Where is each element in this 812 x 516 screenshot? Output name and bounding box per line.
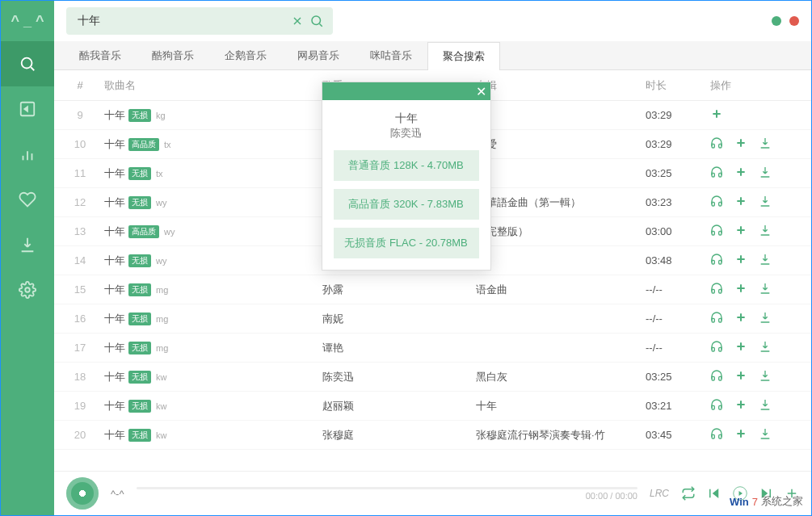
album-disc[interactable] — [66, 477, 99, 510]
sidebar-settings[interactable] — [1, 267, 54, 313]
prev-icon[interactable] — [707, 486, 722, 501]
download-icon[interactable] — [759, 166, 772, 178]
close-icon[interactable]: ✕ — [473, 82, 490, 100]
op-play[interactable] — [710, 282, 723, 297]
op-add[interactable] — [734, 253, 747, 268]
search-input[interactable] — [73, 15, 288, 27]
op-add[interactable] — [734, 282, 747, 297]
tab-4[interactable]: 咪咕音乐 — [355, 41, 427, 69]
op-dl[interactable] — [759, 166, 772, 181]
plus-icon[interactable] — [734, 224, 747, 237]
clear-icon[interactable] — [288, 11, 307, 31]
quality-option-320k[interactable]: 高品音质 320K - 7.83MB — [334, 189, 479, 220]
plus-icon[interactable] — [734, 282, 747, 295]
sidebar-search[interactable] — [1, 41, 54, 86]
op-add[interactable] — [734, 166, 747, 181]
op-play[interactable] — [710, 311, 723, 326]
op-add[interactable] — [734, 369, 747, 384]
op-dl[interactable] — [759, 195, 772, 210]
op-play[interactable] — [710, 340, 723, 355]
plus-icon[interactable] — [734, 427, 747, 440]
op-play[interactable] — [710, 253, 723, 268]
download-icon[interactable] — [759, 427, 772, 440]
headphone-icon[interactable] — [710, 311, 723, 324]
sidebar-playlist[interactable] — [1, 86, 54, 132]
op-add[interactable] — [710, 107, 723, 123]
op-play[interactable] — [710, 398, 723, 413]
download-icon[interactable] — [759, 224, 772, 237]
op-add[interactable] — [734, 195, 747, 210]
sidebar-charts[interactable] — [1, 132, 54, 177]
download-icon[interactable] — [759, 253, 772, 266]
op-play[interactable] — [710, 195, 723, 210]
op-play[interactable] — [710, 369, 723, 384]
table-row[interactable]: 17十年无损mg谭艳--/-- — [54, 334, 811, 363]
download-icon[interactable] — [759, 195, 772, 208]
headphone-icon[interactable] — [710, 224, 723, 237]
plus-icon[interactable] — [734, 369, 747, 382]
op-dl[interactable] — [759, 224, 772, 239]
progress-bar[interactable] — [137, 487, 637, 489]
op-play[interactable] — [710, 166, 723, 181]
plus-icon[interactable] — [734, 166, 747, 178]
plus-icon[interactable] — [710, 107, 723, 120]
op-dl[interactable] — [759, 253, 772, 268]
lrc-toggle[interactable]: LRC — [650, 488, 669, 499]
table-row[interactable]: 15十年无损mg孙露语金曲--/-- — [54, 275, 811, 304]
table-row[interactable]: 18十年无损kw陈奕迅黑白灰03:25 — [54, 363, 811, 392]
sidebar-favorites[interactable] — [1, 177, 54, 222]
headphone-icon[interactable] — [710, 282, 723, 295]
plus-icon[interactable] — [734, 311, 747, 324]
op-add[interactable] — [734, 427, 747, 443]
op-dl[interactable] — [759, 340, 772, 355]
quality-option-128k[interactable]: 普通音质 128K - 4.70MB — [334, 150, 479, 181]
op-play[interactable] — [710, 224, 723, 239]
plus-icon[interactable] — [734, 253, 747, 266]
headphone-icon[interactable] — [710, 253, 723, 266]
plus-icon[interactable] — [734, 340, 747, 353]
repeat-icon[interactable] — [681, 486, 696, 501]
download-icon[interactable] — [759, 340, 772, 353]
quality-option-flac[interactable]: 无损音质 FLAC - 20.78MB — [334, 228, 479, 258]
headphone-icon[interactable] — [710, 340, 723, 353]
download-icon[interactable] — [759, 311, 772, 324]
minimize-button[interactable] — [772, 16, 781, 26]
table-row[interactable]: 19十年无损kw赵丽颖十年03:21 — [54, 392, 811, 421]
op-add[interactable] — [734, 311, 747, 326]
table-row[interactable]: 20十年无损kw张穆庭张穆庭流行钢琴演奏专辑·竹03:45 — [54, 421, 811, 450]
headphone-icon[interactable] — [710, 369, 723, 382]
plus-icon[interactable] — [734, 398, 747, 411]
download-icon[interactable] — [759, 136, 772, 149]
op-add[interactable] — [734, 136, 747, 152]
op-dl[interactable] — [759, 398, 772, 413]
op-dl[interactable] — [759, 427, 772, 443]
plus-icon[interactable] — [734, 136, 747, 149]
headphone-icon[interactable] — [710, 136, 723, 149]
op-add[interactable] — [734, 340, 747, 355]
sidebar-downloads[interactable] — [1, 222, 54, 267]
op-play[interactable] — [710, 427, 723, 443]
tab-1[interactable]: 酷狗音乐 — [137, 41, 209, 69]
tab-0[interactable]: 酷我音乐 — [64, 41, 137, 69]
headphone-icon[interactable] — [710, 166, 723, 178]
headphone-icon[interactable] — [710, 195, 723, 208]
download-icon[interactable] — [759, 282, 772, 295]
tab-5[interactable]: 聚合搜索 — [427, 42, 500, 70]
plus-icon[interactable] — [734, 195, 747, 208]
headphone-icon[interactable] — [710, 427, 723, 440]
op-dl[interactable] — [759, 369, 772, 384]
download-icon[interactable] — [759, 398, 772, 411]
op-add[interactable] — [734, 398, 747, 413]
headphone-icon[interactable] — [710, 398, 723, 411]
download-icon[interactable] — [759, 369, 772, 382]
op-add[interactable] — [734, 224, 747, 239]
op-dl[interactable] — [759, 282, 772, 297]
tab-3[interactable]: 网易音乐 — [282, 41, 355, 69]
op-play[interactable] — [710, 136, 723, 152]
op-dl[interactable] — [759, 311, 772, 326]
op-dl[interactable] — [759, 136, 772, 152]
tab-2[interactable]: 企鹅音乐 — [209, 41, 282, 69]
close-button[interactable] — [789, 16, 799, 26]
search-icon[interactable] — [307, 11, 326, 31]
table-row[interactable]: 16十年无损mg南妮--/-- — [54, 304, 811, 334]
